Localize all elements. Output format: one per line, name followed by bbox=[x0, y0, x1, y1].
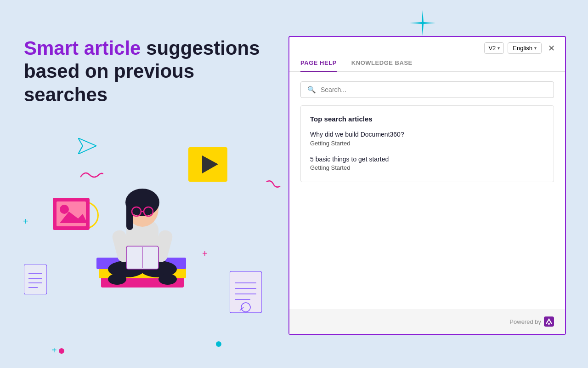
article-2-category: Getting Started bbox=[310, 164, 544, 172]
search-input[interactable] bbox=[321, 86, 547, 93]
svg-rect-38 bbox=[544, 316, 554, 327]
deco-dot-pink bbox=[59, 348, 64, 354]
article-item-2[interactable]: 5 basic things to get started Getting St… bbox=[310, 155, 544, 172]
svg-point-24 bbox=[60, 205, 69, 214]
powered-by-text: Powered by bbox=[509, 318, 541, 325]
svg-point-21 bbox=[158, 274, 177, 285]
powered-by-logo bbox=[544, 316, 554, 327]
widget-panel: V2 ▾ English ▾ ✕ PAGE HELP KNOWLEDGE BAS… bbox=[288, 36, 566, 335]
search-container: 🔍 bbox=[289, 72, 565, 105]
article-1-category: Getting Started bbox=[310, 139, 544, 148]
deco-plus-cyan-1: + bbox=[23, 216, 28, 227]
article-2-name: 5 basic things to get started bbox=[310, 155, 544, 164]
language-label: English bbox=[513, 45, 532, 52]
svg-rect-26 bbox=[24, 264, 47, 294]
widget-header: V2 ▾ English ▾ ✕ bbox=[289, 37, 565, 54]
search-bar: 🔍 bbox=[300, 81, 554, 98]
deco-plus-cyan-2: + bbox=[51, 345, 57, 356]
deco-dot-cyan bbox=[216, 341, 221, 347]
tab-knowledge-base[interactable]: KNOWLEDGE BASE bbox=[351, 59, 413, 72]
deco-photo-frame bbox=[53, 198, 90, 232]
svg-rect-31 bbox=[230, 271, 262, 313]
deco-document-2 bbox=[230, 271, 262, 315]
article-item-1[interactable]: Why did we build Document360? Getting St… bbox=[310, 130, 544, 148]
version-dropdown[interactable]: V2 ▾ bbox=[484, 42, 504, 54]
svg-point-20 bbox=[108, 274, 126, 285]
widget-tabs: PAGE HELP KNOWLEDGE BASE bbox=[289, 54, 565, 72]
headline: Smart article suggestions based on previ… bbox=[24, 37, 272, 106]
headline-highlight: Smart article bbox=[24, 37, 141, 59]
language-chevron-icon: ▾ bbox=[534, 46, 537, 51]
language-dropdown[interactable]: English ▾ bbox=[508, 42, 542, 54]
close-button[interactable]: ✕ bbox=[545, 43, 558, 53]
tab-page-help[interactable]: PAGE HELP bbox=[300, 59, 337, 72]
svg-point-39 bbox=[548, 323, 550, 325]
deco-squiggle-right bbox=[264, 179, 283, 195]
articles-section: Top search articles Why did we build Doc… bbox=[300, 105, 554, 182]
search-icon: 🔍 bbox=[307, 86, 316, 94]
version-chevron-icon: ▾ bbox=[498, 46, 500, 51]
article-1-name: Why did we build Document360? bbox=[310, 130, 544, 139]
widget-footer: Powered by bbox=[289, 309, 565, 334]
articles-section-title: Top search articles bbox=[310, 115, 544, 123]
deco-document-1 bbox=[24, 264, 47, 296]
svg-rect-12 bbox=[126, 202, 133, 230]
version-label: V2 bbox=[488, 45, 496, 52]
